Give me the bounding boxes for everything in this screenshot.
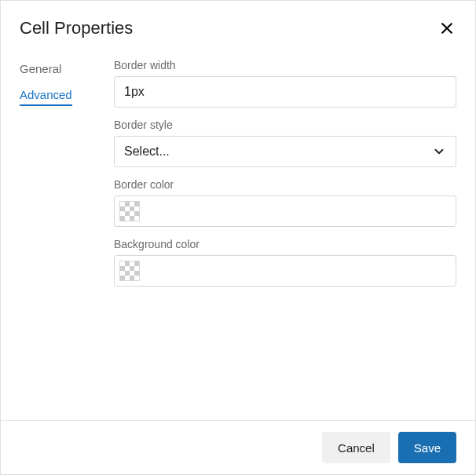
- dialog-title: Cell Properties: [20, 18, 133, 38]
- border-width-input[interactable]: [114, 76, 456, 108]
- border-style-group: Border style Select...: [114, 119, 456, 167]
- background-color-group: Background color: [114, 238, 456, 287]
- background-color-label: Background color: [114, 238, 456, 250]
- form-panel: Border width Border style Select... Bord…: [114, 59, 456, 420]
- border-color-label: Border color: [114, 178, 456, 191]
- dialog-footer: Cancel Save: [1, 420, 475, 474]
- cell-properties-dialog: Cell Properties General Advanced Border …: [0, 0, 476, 475]
- border-color-input[interactable]: [114, 195, 456, 227]
- background-color-swatch: [119, 261, 140, 281]
- border-width-label: Border width: [114, 59, 456, 71]
- tab-general[interactable]: General: [20, 60, 90, 77]
- border-style-select[interactable]: Select...: [114, 136, 456, 167]
- save-button[interactable]: Save: [398, 432, 456, 463]
- border-color-group: Border color: [114, 178, 456, 227]
- cancel-button[interactable]: Cancel: [322, 432, 390, 463]
- chevron-down-icon: [432, 144, 446, 159]
- border-width-group: Border width: [114, 59, 456, 108]
- tab-list: General Advanced: [20, 59, 90, 420]
- dialog-header: Cell Properties: [1, 1, 475, 49]
- close-icon[interactable]: [438, 19, 456, 38]
- background-color-input[interactable]: [114, 255, 456, 287]
- border-style-placeholder: Select...: [124, 144, 170, 159]
- border-color-swatch: [119, 201, 140, 221]
- tab-advanced[interactable]: Advanced: [20, 86, 72, 106]
- border-style-label: Border style: [114, 119, 456, 131]
- dialog-body: General Advanced Border width Border sty…: [1, 49, 475, 420]
